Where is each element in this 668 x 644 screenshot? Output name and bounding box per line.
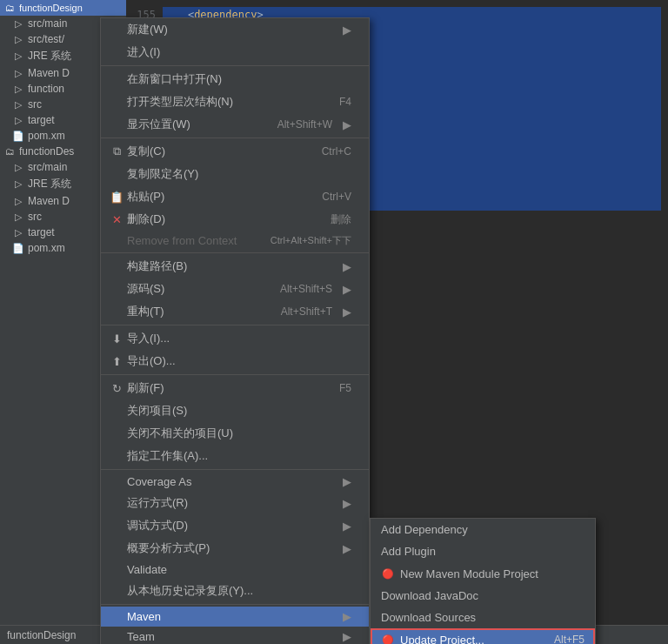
menu-shortcut: Ctrl+C [322,145,351,158]
menu-label: 删除(D) [127,211,165,227]
maven-item-download-sources[interactable]: Download Sources [371,607,595,628]
menu-item-refactor[interactable]: 重构(T) Alt+Shift+T ▶ [101,300,369,323]
maven-item-add-plugin[interactable]: Add Plugin [371,540,595,562]
menu-item-copy[interactable]: ⧉ 复制(C) Ctrl+C [101,140,369,163]
menu-item-assign-working-sets[interactable]: 指定工作集(A)... [101,445,369,467]
menu-item-import[interactable]: ⬇ 导入(I)... [101,327,369,350]
menu-item-close-project[interactable]: 关闭项目(S) [101,399,369,422]
menu-item-copy-qualified[interactable]: 复制限定名(Y) [101,163,369,185]
menu-item-coverage-as[interactable]: Coverage As ▶ [101,472,369,492]
menu-label: 概要分析方式(P) [127,540,210,556]
menu-shortcut: Alt+Shift+W [277,118,332,131]
sidebar-label: src [28,211,42,223]
menu-item-paste[interactable]: 📋 粘贴(P) Ctrl+V [101,185,369,208]
menu-item-new[interactable]: 新建(W) ▶ [101,18,369,41]
folder-icon: ▷ [12,226,24,238]
maven-item-update-project[interactable]: 🔴 Update Project... Alt+F5 [371,628,595,644]
submenu-arrow-icon: ▶ [343,520,351,533]
sidebar-label: functionDes [19,145,74,158]
status-text: functionDesign [7,629,76,641]
menu-item-validate[interactable]: Validate [101,560,369,580]
maven-item-label: Download JavaDoc [381,589,478,602]
menu-item-restore-history[interactable]: 从本地历史记录复原(Y)... [101,580,369,602]
menu-item-refresh[interactable]: ↻ 刷新(F) F5 [101,377,369,399]
sidebar-label: Maven D [28,67,70,79]
menu-item-run-as[interactable]: 运行方式(R) ▶ [101,492,369,514]
file-icon: 📄 [12,130,24,142]
menu-label: 复制限定名(Y) [127,166,198,182]
menu-item-source[interactable]: 源码(S) Alt+Shift+S ▶ [101,278,369,300]
menu-item-enter[interactable]: 进入(I) [101,41,369,64]
menu-separator [101,65,369,66]
folder-icon: ▷ [12,114,24,126]
menu-item-build-path[interactable]: 构建路径(B) ▶ [101,255,369,278]
sidebar-label: pom.xm [28,130,65,142]
submenu-arrow-icon: ▶ [343,118,351,131]
menu-label: 从本地历史记录复原(Y)... [127,583,253,599]
menu-item-team[interactable]: Team ▶ [101,627,369,644]
export-icon: ⬆ [110,354,124,368]
menu-label: 重构(T) [127,304,164,319]
folder-icon: ▷ [12,98,24,111]
maven-item-label: New Maven Module Project [400,567,538,580]
sidebar-label: src/test/ [28,33,64,45]
menu-label: 关闭项目(S) [127,403,187,419]
submenu-arrow-icon: ▶ [343,610,351,623]
project-title: functionDesign [19,3,83,13]
project-icon: 🗂 [3,2,16,14]
menu-separator [101,252,369,253]
menu-item-close-unrelated[interactable]: 关闭不相关的项目(U) [101,422,369,445]
copy-icon: ⧉ [110,144,124,158]
menu-item-maven[interactable]: Maven ▶ [101,607,369,627]
menu-label: Maven [127,610,161,623]
submenu-arrow-icon: ▶ [343,475,351,488]
folder-icon: ▷ [12,83,24,95]
sidebar-label: src/main [28,161,67,173]
sidebar-label: function [28,83,64,95]
submenu-arrow-icon: ▶ [343,497,351,510]
menu-item-open-new-window[interactable]: 在新窗口中打开(N) [101,68,369,91]
menu-label: 运行方式(R) [127,495,188,511]
menu-shortcut: F5 [339,382,351,394]
menu-label: Validate [127,563,167,576]
menu-item-remove-context[interactable]: Remove from Context Ctrl+Alt+Shift+下下 [101,231,369,251]
menu-separator [101,604,369,605]
menu-label: 关闭不相关的项目(U) [127,426,233,441]
menu-label: 进入(I) [127,44,160,60]
menu-item-delete[interactable]: ✕ 删除(D) 删除 [101,208,369,231]
submenu-arrow-icon: ▶ [343,630,351,643]
sidebar-label: pom.xm [28,242,65,254]
menu-item-debug-as[interactable]: 调试方式(D) ▶ [101,514,369,537]
folder-icon: ▷ [12,195,24,207]
menu-label: 指定工作集(A)... [127,448,208,464]
menu-label: 粘贴(P) [127,189,164,205]
sidebar-label: target [28,114,55,126]
submenu-arrow-icon: ▶ [343,542,351,555]
maven-item-download-javadoc[interactable]: Download JavaDoc [371,585,595,607]
menu-item-profile-as[interactable]: 概要分析方式(P) ▶ [101,537,369,560]
maven-shortcut: Alt+F5 [554,634,584,644]
paste-icon: 📋 [110,190,124,204]
project-icon: 🗂 [3,145,16,158]
menu-item-export[interactable]: ⬆ 导出(O)... [101,350,369,372]
menu-separator [101,374,369,375]
maven-item-label: Add Dependency [381,523,468,536]
folder-icon: ▷ [12,178,24,191]
sidebar-label: JRE 系统 [28,177,71,191]
folder-icon: ▷ [12,50,24,63]
menu-separator [101,325,369,325]
menu-item-open-type-hierarchy[interactable]: 打开类型层次结构(N) F4 [101,91,369,113]
folder-icon: ▷ [12,161,24,173]
maven-item-add-dependency[interactable]: Add Dependency [371,519,595,540]
sidebar-label: JRE 系统 [28,49,71,64]
submenu-arrow-icon: ▶ [343,305,351,319]
import-icon: ⬇ [110,332,124,345]
menu-item-show-location[interactable]: 显示位置(W) Alt+Shift+W ▶ [101,113,369,136]
menu-label: Coverage As [127,475,191,488]
menu-shortcut: F4 [339,96,351,108]
folder-icon: ▷ [12,17,24,30]
sidebar-project-root[interactable]: 🗂 functionDesign [0,0,126,16]
menu-label: 导出(O)... [127,353,176,369]
refresh-icon: ↻ [110,381,124,395]
maven-item-new-module[interactable]: 🔴 New Maven Module Project [371,562,595,585]
